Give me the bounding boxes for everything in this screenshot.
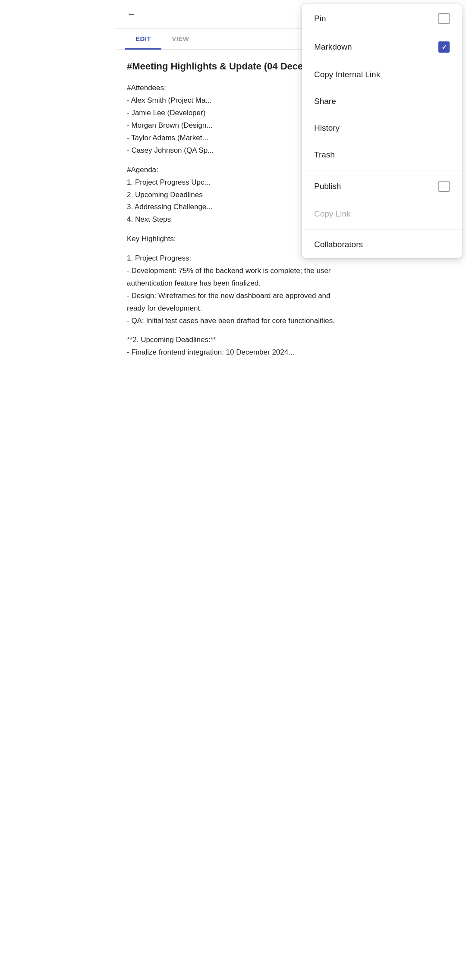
menu-item-collaborators-label: Collaborators xyxy=(314,240,350,249)
menu-item-pin-label: Pin xyxy=(314,14,350,23)
menu-item-pin[interactable]: Pin xyxy=(302,4,350,33)
menu-item-publish-label: Publish xyxy=(314,182,350,191)
menu-item-copy-link-label: Copy Link xyxy=(314,209,350,219)
menu-divider-2 xyxy=(302,229,350,229)
menu-item-trash[interactable]: Trash xyxy=(302,141,350,168)
dropdown-overlay[interactable]: Pin Markdown Copy Internal Link Share Hi… xyxy=(116,0,350,980)
menu-item-copy-internal-link[interactable]: Copy Internal Link xyxy=(302,61,350,88)
menu-item-collaborators[interactable]: Collaborators xyxy=(302,231,350,258)
menu-item-publish[interactable]: Publish xyxy=(302,172,350,201)
menu-divider-1 xyxy=(302,170,350,170)
menu-item-markdown[interactable]: Markdown xyxy=(302,33,350,61)
context-menu: Pin Markdown Copy Internal Link Share Hi… xyxy=(302,4,350,258)
menu-item-copy-link: Copy Link xyxy=(302,201,350,227)
menu-item-trash-label: Trash xyxy=(314,150,350,160)
menu-item-history[interactable]: History xyxy=(302,115,350,141)
menu-item-share[interactable]: Share xyxy=(302,88,350,115)
menu-item-markdown-label: Markdown xyxy=(314,42,350,52)
menu-item-share-label: Share xyxy=(314,97,350,106)
menu-item-history-label: History xyxy=(314,123,350,133)
menu-item-copy-internal-link-label: Copy Internal Link xyxy=(314,70,350,79)
